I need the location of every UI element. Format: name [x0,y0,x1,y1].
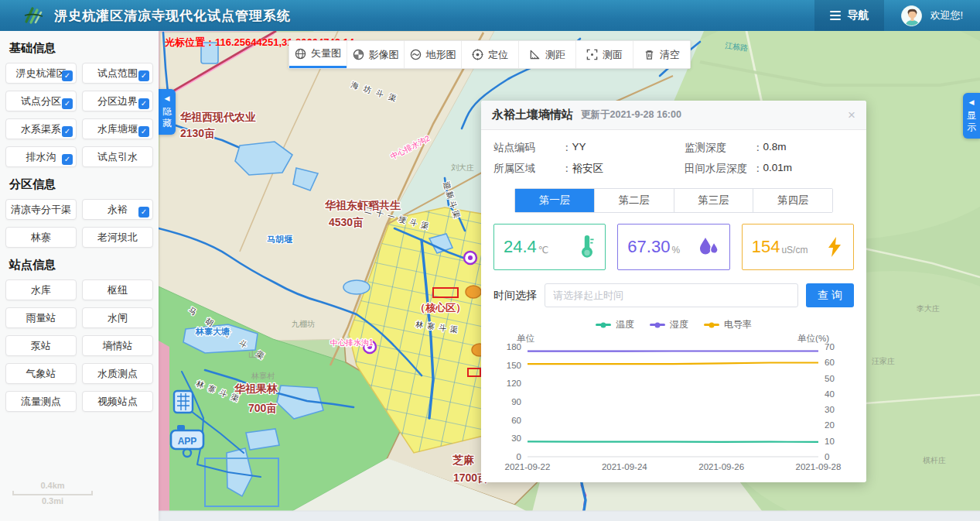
query-button[interactable]: 查 询 [806,283,854,307]
svg-text:2021-09-24: 2021-09-24 [602,462,647,471]
station-pump[interactable]: 泵站 [5,335,77,356]
info-value: 裕安区 [572,162,604,176]
tool-measure-distance[interactable]: 测距 [518,41,575,68]
station-info: 站点编码：YY 监测深度：0.8m 所属区域：裕安区 田间水层深度：0.01m [481,130,866,179]
layer-toggle-drainage[interactable]: 排水沟✓ [5,146,77,167]
svg-text:0: 0 [517,452,521,461]
section-title-basic: 基础信息 [9,41,159,56]
svg-text:150: 150 [507,361,521,370]
navigation-button[interactable]: 导航 [814,0,884,31]
tab-layer-1[interactable]: 第一层 [515,189,594,212]
station-water-quality[interactable]: 水质测点 [82,363,153,384]
svg-text:刘大庄: 刘大庄 [451,163,474,172]
hide-tab-label: 隐藏 [162,106,172,129]
tool-locate[interactable]: 定位 [461,41,518,68]
legend-line-dot-icon [596,324,611,326]
tool-terrain-map[interactable]: 地形图 [404,41,461,68]
svg-text:4530亩: 4530亩 [329,216,364,228]
pump-station-icon[interactable] [174,391,193,413]
popup-updated-time: 更新于2021-9-28 16:00 [581,108,681,122]
legend-temperature[interactable]: 温度 [596,318,634,331]
app-marker-label: APP [178,436,197,447]
svg-text:李大庄: 李大庄 [917,304,940,313]
close-icon[interactable]: × [848,108,855,123]
svg-text:汪家庄: 汪家庄 [872,357,895,365]
top-header: 淠史杭灌区清凉寺现代化试点管理系统 导航 欢迎您! [0,0,980,31]
svg-text:单位: 单位 [517,334,535,343]
sidebar-collapse-tab[interactable]: ◀ 隐藏 [159,89,176,135]
svg-text:林寨大塘: 林寨大塘 [195,327,230,336]
checkbox-checked-icon[interactable]: ✓ [62,154,73,165]
tab-layer-4[interactable]: 第四层 [753,189,832,212]
terrain-icon [410,49,422,60]
checkbox-checked-icon[interactable]: ✓ [62,70,73,81]
tool-measure-area[interactable]: 测面 [575,41,633,68]
layer-toggle-pilot-extent[interactable]: 试点范围✓ [82,63,153,84]
measure-area-icon [586,49,598,60]
svg-text:华祖果林: 华祖果林 [234,382,278,395]
zone-qingliangsi-canal[interactable]: 清凉寺分干渠 [5,199,77,220]
legend-line-dot-icon [704,324,719,326]
tool-vector-map[interactable]: 矢量图 [289,41,347,68]
checkbox-checked-icon[interactable]: ✓ [62,98,73,109]
legend-conductivity[interactable]: 电导率 [704,318,752,331]
panel-expand-tab[interactable]: ◀ 显示 [963,93,980,139]
zone-linzhai[interactable]: 林寨 [5,227,77,248]
checkbox-checked-icon[interactable]: ✓ [62,126,73,137]
lightning-icon [825,236,844,258]
tab-layer-3[interactable]: 第三层 [674,189,753,212]
station-rainfall[interactable]: 雨量站 [5,307,77,328]
info-label: 监测深度 [685,141,753,155]
scale-mi: 0.3mi [12,496,93,506]
avatar[interactable] [901,5,922,26]
station-weather[interactable]: 气象站 [5,363,77,384]
legend-humidity[interactable]: 湿度 [650,318,688,331]
checkbox-checked-icon[interactable]: ✓ [138,70,149,81]
temperature-card: 24.4 ℃ [493,224,606,270]
station-soil-moisture[interactable]: 墒情站 [82,335,153,356]
chevron-left-icon: ◀ [159,93,176,105]
svg-text:60: 60 [511,416,521,425]
info-label: 站点编码 [493,141,562,155]
time-range-input[interactable] [545,283,798,307]
svg-text:马胡堰: 马胡堰 [267,235,292,244]
zone-laohebabei[interactable]: 老河坝北 [82,227,153,248]
checkbox-checked-icon[interactable]: ✓ [138,207,149,218]
info-label: 田间水层深度 [685,162,753,176]
station-reservoir[interactable]: 水库 [5,279,77,300]
layer-toggle-pishihang[interactable]: 淠史杭灌区✓ [5,63,77,84]
checkbox-checked-icon[interactable]: ✓ [138,126,149,137]
station-flow[interactable]: 流量测点 [5,391,77,412]
app-window: 淠史杭灌区清凉寺现代化试点管理系统 导航 欢迎您! [0,0,980,521]
svg-text:棋杆庄: 棋杆庄 [923,456,946,464]
app-logo-icon [22,5,45,26]
layer-toggle-canal-system[interactable]: 水系渠系✓ [5,118,77,139]
svg-text:60: 60 [825,358,835,367]
layer-toggle-reservoir-ponds[interactable]: 水库塘堰✓ [82,118,153,139]
zone-yongyu[interactable]: 永裕✓ [82,199,153,220]
station-video[interactable]: 视频站点 [82,391,153,412]
metric-cards: 24.4 ℃ 67.30 % 154 uS/cm [481,213,866,270]
tool-clear[interactable]: 清空 [633,41,690,68]
popup-title: 永裕土壤墒情站 [492,108,573,122]
tab-layer-2[interactable]: 第二层 [594,189,674,212]
svg-text:70: 70 [825,342,835,351]
svg-text:180: 180 [507,342,521,351]
svg-text:2021-09-26: 2021-09-26 [698,462,744,471]
svg-text:10: 10 [825,437,835,446]
section-title-stations: 站点信息 [9,258,159,272]
legend-line-dot-icon [650,324,665,326]
tool-imagery-map[interactable]: 影像图 [347,41,404,68]
layer-toggle-water-diversion[interactable]: 试点引水 [82,146,153,167]
map-scale-bar: 0.4km 0.3mi [12,481,93,506]
layer-toggle-pilot-zones[interactable]: 试点分区✓ [5,91,77,111]
svg-text:2021-09-28: 2021-09-28 [796,462,842,471]
page-title: 淠史杭灌区清凉寺现代化试点管理系统 [54,7,291,25]
layer-toggle-zone-boundary[interactable]: 分区边界✓ [82,91,153,111]
station-hub[interactable]: 枢纽 [82,279,153,300]
trend-chart: 0306090120150180010203040506070单位单位(%)20… [481,331,866,480]
checkbox-checked-icon[interactable]: ✓ [138,98,149,109]
station-sluice[interactable]: 水闸 [82,307,153,328]
humidity-card: 67.30 % [617,224,729,270]
svg-text:华祖西现代农业: 华祖西现代农业 [179,111,256,123]
